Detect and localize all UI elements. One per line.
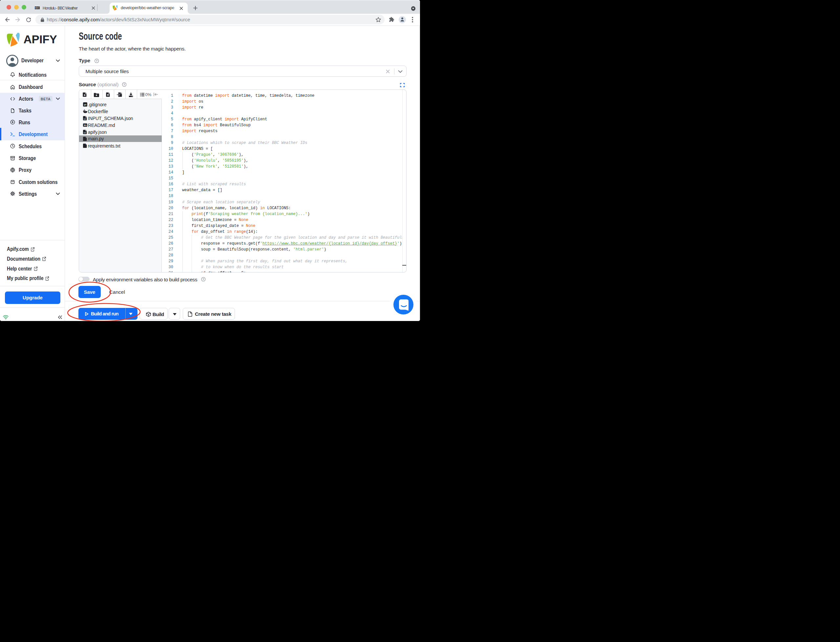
- svg-text:?: ?: [96, 59, 97, 62]
- svg-text:?: ?: [123, 83, 125, 86]
- svg-text:?: ?: [203, 278, 204, 281]
- svg-text:</>: </>: [83, 132, 86, 134]
- svg-text:C: C: [38, 7, 40, 9]
- svg-text:M: M: [84, 124, 85, 126]
- svg-text:</>: </>: [83, 118, 86, 120]
- svg-text:git: git: [84, 104, 86, 106]
